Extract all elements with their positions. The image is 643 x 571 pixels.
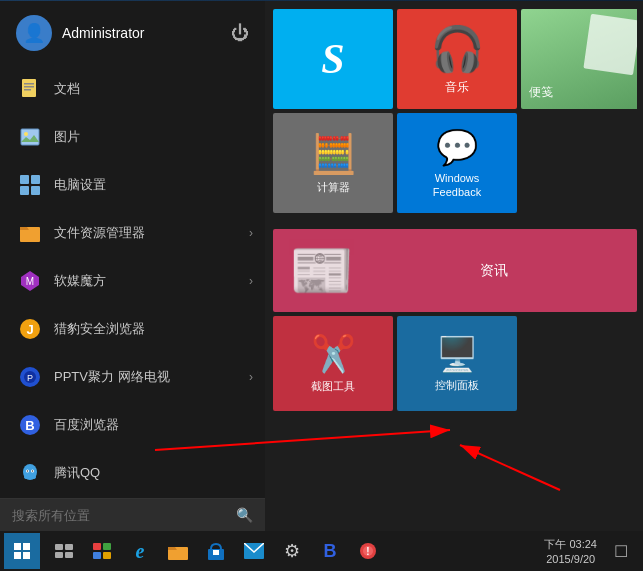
news-text-area: 资讯 [366, 262, 621, 280]
svg-rect-36 [55, 552, 63, 558]
svg-rect-9 [20, 175, 29, 184]
svg-rect-38 [93, 543, 101, 550]
calculator-tile[interactable]: 🧮 计算器 [273, 113, 393, 213]
user-name: Administrator [62, 25, 144, 41]
sidebar-item-pptv[interactable]: P PPTV聚力 网络电视 › [0, 353, 265, 401]
svg-rect-40 [93, 552, 101, 559]
empty-tile-1 [521, 113, 637, 213]
svg-point-25 [30, 475, 36, 479]
svg-text:M: M [26, 276, 34, 287]
baidu-taskbar-button[interactable]: B [312, 533, 348, 569]
sidebar-item-pics[interactable]: 图片 [0, 113, 265, 161]
svg-text:B: B [25, 418, 34, 433]
pics-label: 图片 [54, 128, 80, 146]
svg-rect-10 [31, 175, 40, 184]
music-icon: 🎧 [430, 23, 485, 75]
music-label: 音乐 [445, 79, 469, 96]
left-panel: 👤 Administrator ⏻ 文档 图片 [0, 1, 265, 531]
docs-label: 文档 [54, 80, 80, 98]
windows-logo [14, 543, 30, 559]
explorer-chevron: › [249, 226, 253, 240]
user-info: 👤 Administrator [16, 15, 144, 51]
explorer-label: 文件资源管理器 [54, 224, 145, 242]
sidebar-item-docs[interactable]: 文档 [0, 65, 265, 113]
ruanmei-icon: M [16, 267, 44, 295]
pptv-label: PPTV聚力 网络电视 [54, 368, 170, 386]
svg-rect-30 [14, 543, 21, 550]
tiles-row-4: ✂️ 截图工具 🖥️ 控制面板 [273, 316, 637, 411]
action-center-button[interactable]: ☐ [603, 533, 639, 569]
pptv-chevron: › [249, 370, 253, 384]
clock-date: 2015/9/20 [546, 553, 595, 565]
task-view-button[interactable] [46, 533, 82, 569]
settings-taskbar-button[interactable]: ⚙ [274, 533, 310, 569]
leopard-label: 猎豹安全浏览器 [54, 320, 145, 338]
svg-rect-3 [22, 79, 36, 97]
music-tile[interactable]: 🎧 音乐 [397, 9, 517, 109]
settings-label: 电脑设置 [54, 176, 106, 194]
control-panel-tile[interactable]: 🖥️ 控制面板 [397, 316, 517, 411]
ie-button[interactable]: e [122, 533, 158, 569]
task-view-icon [55, 544, 73, 558]
security-button[interactable]: ! [350, 533, 386, 569]
settings-icon [16, 171, 44, 199]
svg-rect-35 [65, 544, 73, 550]
sidebar-item-baidu[interactable]: B 百度浏览器 [0, 401, 265, 449]
svg-rect-4 [24, 83, 34, 85]
skype-tile[interactable]: S [273, 9, 393, 109]
svg-rect-11 [20, 186, 29, 195]
svg-point-24 [24, 475, 30, 479]
control-panel-label: 控制面板 [435, 378, 479, 393]
start-button[interactable] [4, 533, 40, 569]
tiles-container: S 🎧 音乐 便笺 🧮 计算器 💬 [273, 9, 637, 523]
taskbar: e ⚙ B ! 下午 03:24 2015/9/20 ☐ [0, 531, 643, 571]
svg-text:P: P [27, 373, 33, 383]
ruanmei-label: 软媒魔方 [54, 272, 106, 290]
svg-rect-44 [213, 550, 219, 555]
tiles-row-2: 🧮 计算器 💬 WindowsFeedback [273, 113, 637, 213]
sidebar-item-leopard[interactable]: J 猎豹安全浏览器 [0, 305, 265, 353]
power-button[interactable]: ⏻ [231, 23, 249, 44]
note-label: 便笺 [529, 84, 553, 101]
sidebar-item-settings[interactable]: 电脑设置 [0, 161, 265, 209]
search-input[interactable] [12, 508, 236, 523]
menu-items-list: 文档 图片 电脑设置 文件资源管理器 › [0, 65, 265, 498]
svg-point-29 [32, 470, 33, 471]
note-tile[interactable]: 便笺 [521, 9, 637, 109]
sidebar-item-ruanmei[interactable]: M 软媒魔方 › [0, 257, 265, 305]
ruanmei-chevron: › [249, 274, 253, 288]
feedback-icon: 💬 [436, 127, 478, 167]
svg-rect-39 [103, 543, 111, 550]
user-header: 👤 Administrator ⏻ [0, 1, 265, 65]
svg-rect-12 [31, 186, 40, 195]
empty-tile-2 [521, 316, 637, 411]
avatar: 👤 [16, 15, 52, 51]
security-icon: ! [359, 542, 377, 560]
store-button[interactable] [198, 533, 234, 569]
search-icon[interactable]: 🔍 [236, 507, 253, 523]
snip-tile[interactable]: ✂️ 截图工具 [273, 316, 393, 411]
baidu-icon: B [16, 411, 44, 439]
svg-rect-34 [55, 544, 63, 550]
svg-point-8 [24, 132, 28, 136]
news-label: 资讯 [366, 262, 621, 280]
news-icon: 📰 [289, 240, 354, 301]
qq-icon [16, 459, 44, 487]
store-icon [207, 542, 225, 560]
explorer-taskbar-button[interactable] [160, 533, 196, 569]
pptv-icon: P [16, 363, 44, 391]
feedback-tile[interactable]: 💬 WindowsFeedback [397, 113, 517, 213]
mail-button[interactable] [236, 533, 272, 569]
tiles-taskbar-button[interactable] [84, 533, 120, 569]
mail-icon [244, 543, 264, 559]
svg-rect-5 [24, 86, 34, 88]
sidebar-item-explorer[interactable]: 文件资源管理器 › [0, 209, 265, 257]
svg-rect-7 [21, 129, 39, 145]
calculator-label: 计算器 [317, 180, 350, 195]
notification-area: 下午 03:24 2015/9/20 [540, 533, 601, 569]
sidebar-item-qq[interactable]: 腾讯QQ [0, 449, 265, 497]
news-tile[interactable]: 📰 资讯 [273, 229, 637, 312]
folder-taskbar-icon [168, 542, 188, 560]
start-menu: 👤 Administrator ⏻ 文档 图片 [0, 1, 643, 531]
snip-icon: ✂️ [311, 333, 356, 375]
